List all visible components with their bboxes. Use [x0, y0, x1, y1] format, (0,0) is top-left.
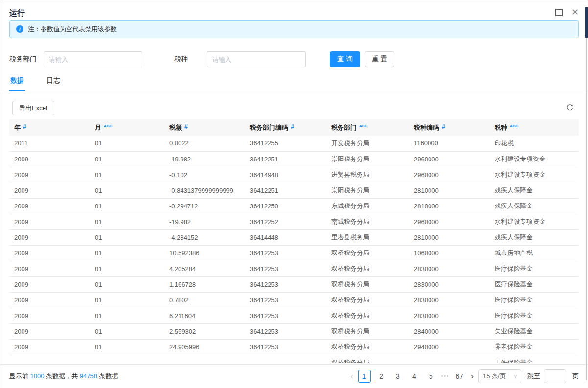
tax-type-input[interactable]: [207, 51, 306, 67]
page-button-4[interactable]: 4: [408, 370, 421, 383]
table-cell: 2009: [9, 229, 90, 245]
table-cell: 6.211604: [164, 308, 245, 323]
table-cell: 36412253: [245, 323, 326, 339]
table-cell: 01: [90, 245, 164, 261]
data-table: 年# 月ABC 税额# 税务部门编码# 税务部门ABC 税种编码# 税种ABC …: [9, 119, 579, 363]
table-cell: 双桥税务分局: [326, 323, 409, 339]
table-cell: -0.102: [164, 167, 245, 183]
table-row[interactable]: 2009012.55930236412253双桥税务分局2840000失业保险基…: [9, 323, 579, 339]
number-type-icon: #: [442, 123, 445, 130]
number-type-icon: #: [291, 123, 294, 130]
page-size-select[interactable]: 15 条/页 ∨: [478, 369, 521, 383]
page-size-value: 15 条/页: [483, 372, 506, 381]
table-cell: 2009: [9, 261, 90, 276]
close-icon[interactable]: ✕: [571, 9, 579, 16]
table-row[interactable]: 2009016.21160436412253双桥税务分局2830000医疗保险基…: [9, 308, 579, 323]
table-body: 2011010.002236412255开发税务分局1160000印花税2009…: [9, 136, 579, 363]
column-header-tax-amount[interactable]: 税额#: [164, 119, 245, 136]
table-cell: 印花税: [490, 136, 579, 151]
number-type-icon: #: [23, 123, 26, 130]
table-cell: 10.592386: [164, 245, 245, 261]
table-cell: 36412255: [245, 136, 326, 151]
table-cell: 进贤县税务局: [326, 167, 409, 183]
table-row[interactable]: 200901-0.29471236412250东城税务分局2810000残疾人保…: [9, 198, 579, 214]
table-cell: 开发税务分局: [326, 136, 409, 151]
refresh-button[interactable]: [566, 104, 574, 113]
column-header-taxtype[interactable]: 税种ABC: [490, 119, 579, 136]
column-header-month[interactable]: 月ABC: [90, 119, 164, 136]
table-row[interactable]: 200901-4.28415236414448里塔县税务局2810000残疾人保…: [9, 229, 579, 245]
column-header-taxtype-code[interactable]: 税种编码#: [409, 119, 490, 136]
scrollbar-track[interactable]: [586, 38, 587, 380]
table-cell: 失业保险基金: [490, 323, 579, 339]
scrollbar-thumb[interactable]: [585, 7, 588, 38]
table-row[interactable]: 200901-19.98236412252南城税务分局2960000水利建设专项…: [9, 214, 579, 229]
next-page-icon[interactable]: ›: [470, 372, 475, 380]
page-button-3[interactable]: 3: [391, 370, 404, 383]
table-toolbar: 导出Excel: [12, 101, 576, 115]
table-cell: 城市房地产税: [490, 245, 579, 261]
prev-page-icon[interactable]: ‹: [349, 372, 354, 380]
table-row[interactable]: 200901-19.98236412251崇阳税务分局2960000水利建设专项…: [9, 151, 579, 167]
jump-to-label: 跳至: [527, 372, 540, 381]
table-cell: 2830000: [409, 292, 490, 308]
search-button[interactable]: 查 询: [330, 51, 360, 67]
table-cell: 2009: [9, 308, 90, 323]
table-cell: 01: [90, 229, 164, 245]
table-row[interactable]: 2011010.002236412255开发税务分局1160000印花税: [9, 136, 579, 151]
table-row[interactable]: 200901-0.843137999999999936412251崇阳税务分局2…: [9, 183, 579, 198]
tab-data[interactable]: 数据: [9, 73, 25, 91]
page-button-5[interactable]: 5: [425, 370, 437, 383]
table-cell: 01: [90, 323, 164, 339]
table-row[interactable]: 20090110.59238636412253双桥税务分局1060000城市房地…: [9, 245, 579, 261]
maximize-icon[interactable]: [555, 9, 563, 16]
column-header-dept[interactable]: 税务部门ABC: [326, 119, 409, 136]
table-cell: [164, 355, 245, 363]
query-form: 税务部门 税种 查 询 重 置: [9, 51, 579, 67]
table-cell: -0.294712: [164, 198, 245, 214]
column-header-dept-code[interactable]: 税务部门编码#: [245, 119, 326, 136]
jump-page-input[interactable]: [544, 369, 566, 383]
table-cell: 36412251: [245, 151, 326, 167]
table-row[interactable]: 200901-0.10236414948进贤县税务局2960000水利建设专项资…: [9, 167, 579, 183]
string-type-icon: ABC: [104, 124, 112, 128]
table-cell: 2009: [9, 276, 90, 292]
table-cell: -0.8431379999999999: [164, 183, 245, 198]
table-cell: 01: [90, 183, 164, 198]
chevron-down-icon: ∨: [514, 373, 517, 379]
table-cell: 里塔县税务局: [326, 229, 409, 245]
table-cell: 2009: [9, 214, 90, 229]
table-cell: 2830000: [409, 276, 490, 292]
column-header-year[interactable]: 年#: [9, 119, 90, 136]
table-row[interactable]: 20090124.90599636412253双桥税务分局2940000养老保险…: [9, 339, 579, 355]
table-cell: 36412253: [245, 276, 326, 292]
export-excel-button[interactable]: 导出Excel: [12, 101, 54, 115]
page-ellipsis[interactable]: •••: [441, 373, 450, 379]
info-icon: i: [16, 25, 23, 33]
page-button-last[interactable]: 67: [453, 370, 466, 383]
dialog-title: 运行: [9, 9, 25, 17]
table-cell: 1160000: [409, 136, 490, 151]
table-cell: 1060000: [409, 245, 490, 261]
table-cell: 养老保险基金: [490, 339, 579, 355]
table-cell: 医疗保险基金: [490, 276, 579, 292]
table-cell: 36412253: [245, 308, 326, 323]
table-cell: 36412253: [245, 261, 326, 276]
tax-department-input[interactable]: [44, 51, 142, 67]
page-button-1[interactable]: 1: [358, 370, 371, 383]
table-cell: 36412252: [245, 214, 326, 229]
table-cell: 2960000: [409, 151, 490, 167]
table-row[interactable]: 双桥税务分局工伤保险基金: [9, 355, 579, 363]
table-cell: 医疗保险基金: [490, 261, 579, 276]
table-row[interactable]: 2009014.20528436412253双桥税务分局2830000医疗保险基…: [9, 261, 579, 276]
reset-button[interactable]: 重 置: [365, 51, 394, 67]
table-cell: 残疾人保障金: [490, 198, 579, 214]
table-cell: 双桥税务分局: [326, 308, 409, 323]
tab-log[interactable]: 日志: [45, 73, 61, 91]
table-cell: 双桥税务分局: [326, 339, 409, 355]
table-footer: 显示前 1000 条数据，共 94758 条数据 ‹ 1 2 3 4 5 •••…: [0, 364, 588, 388]
page-button-2[interactable]: 2: [375, 370, 387, 383]
table-row[interactable]: 2009011.16672836412253双桥税务分局2830000医疗保险基…: [9, 276, 579, 292]
scrollbar[interactable]: [585, 6, 588, 386]
table-row[interactable]: 2009010.780236412253双桥税务分局2830000医疗保险基金: [9, 292, 579, 308]
